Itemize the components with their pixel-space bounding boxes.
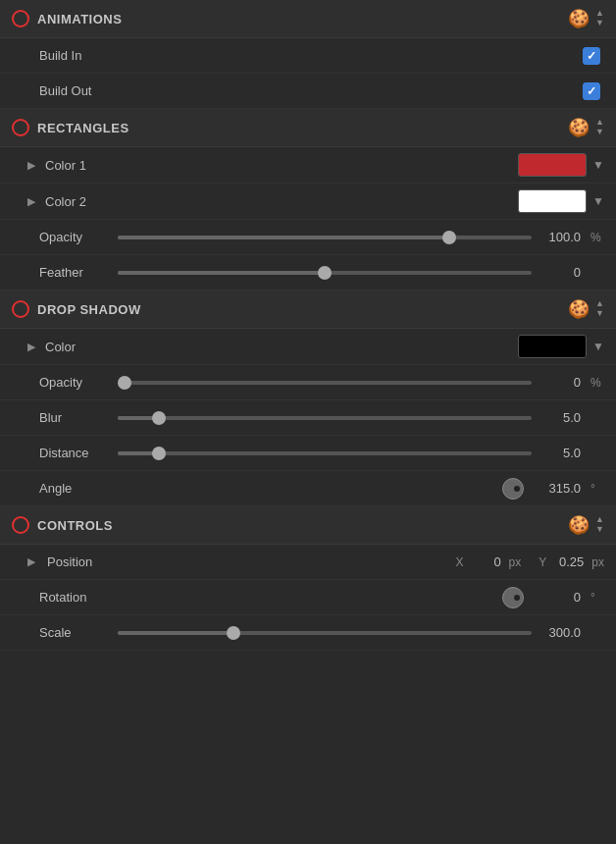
shadow-color-swatch[interactable]	[518, 335, 587, 358]
rotation-knob[interactable]	[502, 587, 524, 608]
shadow-blur-slider[interactable]	[118, 416, 532, 420]
color1-swatch[interactable]	[518, 153, 587, 177]
rectangles-feather-value: 0	[541, 265, 581, 280]
color1-row: ▶ Color 1 ▼	[0, 147, 616, 184]
dropshadow-title: DROP SHADOW	[37, 302, 141, 317]
rotation-knob-dot	[514, 595, 520, 601]
rectangles-opacity-thumb[interactable]	[442, 231, 456, 244]
animations-down-arrow[interactable]: ▼	[595, 19, 604, 28]
dropshadow-toggle-circle[interactable]	[12, 300, 29, 318]
scale-slider[interactable]	[118, 631, 532, 635]
shadow-opacity-thumb[interactable]	[118, 376, 131, 390]
rectangles-feather-row: Feather 0	[0, 255, 616, 290]
controls-reorder-arrows[interactable]: ▲ ▼	[595, 515, 604, 535]
shadow-color-row: ▶ Color ▼	[0, 329, 616, 365]
shadow-opacity-value: 0	[541, 375, 581, 390]
controls-cookie-icon[interactable]: 🍪	[568, 514, 590, 536]
rectangles-opacity-row: Opacity 100.0 %	[0, 220, 616, 255]
animations-reorder-arrows[interactable]: ▲ ▼	[595, 9, 604, 28]
shadow-opacity-slider[interactable]	[118, 381, 532, 385]
position-y-unit: px	[591, 555, 604, 569]
shadow-opacity-row: Opacity 0 %	[0, 365, 616, 400]
color2-swatch[interactable]	[518, 189, 587, 213]
rectangles-opacity-unit: %	[590, 231, 604, 244]
dropshadow-header-left: DROP SHADOW	[12, 300, 141, 318]
rectangles-cookie-icon[interactable]: 🍪	[568, 117, 590, 138]
dropshadow-section-header: DROP SHADOW 🍪 ▲ ▼	[0, 290, 616, 329]
shadow-angle-knob[interactable]	[502, 478, 524, 500]
controls-title: CONTROLS	[37, 518, 113, 533]
rectangles-down-arrow[interactable]: ▼	[595, 128, 604, 137]
shadow-blur-label: Blur	[39, 410, 108, 425]
scale-thumb[interactable]	[227, 626, 240, 640]
shadow-opacity-track	[118, 381, 532, 385]
rectangles-section-header: RECTANGLES 🍪 ▲ ▼	[0, 109, 616, 147]
shadow-distance-value: 5.0	[541, 446, 581, 460]
rectangles-feather-fill	[118, 271, 325, 275]
color2-row: ▶ Color 2 ▼	[0, 184, 616, 220]
rectangles-feather-slider[interactable]	[118, 271, 532, 275]
shadow-distance-thumb[interactable]	[152, 447, 166, 460]
shadow-color-dropdown-arrow[interactable]: ▼	[592, 340, 604, 353]
scale-value: 300.0	[541, 625, 581, 640]
scale-track	[118, 631, 532, 635]
color2-label: Color 2	[45, 194, 518, 209]
shadow-color-expand-arrow[interactable]: ▶	[27, 341, 35, 353]
shadow-blur-row: Blur 5.0	[0, 400, 616, 436]
rectangles-feather-thumb[interactable]	[318, 266, 332, 280]
build-out-checkbox[interactable]: ✓	[583, 82, 600, 100]
controls-header-left: CONTROLS	[12, 516, 113, 534]
shadow-distance-label: Distance	[39, 446, 108, 460]
color2-expand-arrow[interactable]: ▶	[27, 195, 35, 208]
shadow-distance-slider[interactable]	[118, 451, 532, 455]
shadow-opacity-unit: %	[590, 376, 604, 390]
position-row: ▶ Position X 0 px Y 0.25 px	[0, 545, 616, 580]
rectangles-feather-label: Feather	[39, 265, 108, 280]
build-out-checkmark: ✓	[587, 84, 596, 98]
rectangles-opacity-track	[118, 236, 532, 239]
position-y-value: 0.25	[554, 554, 584, 569]
build-out-row: Build Out ✓	[0, 74, 616, 109]
dropshadow-cookie-icon[interactable]: 🍪	[568, 298, 590, 320]
rectangles-opacity-label: Opacity	[39, 230, 108, 244]
animations-cookie-icon[interactable]: 🍪	[568, 8, 590, 29]
build-in-checkbox[interactable]: ✓	[583, 47, 600, 65]
rectangles-reorder-arrows[interactable]: ▲ ▼	[595, 118, 604, 137]
build-out-label: Build Out	[39, 83, 118, 98]
shadow-distance-track	[118, 451, 532, 455]
shadow-blur-value: 5.0	[541, 410, 581, 425]
controls-down-arrow[interactable]: ▼	[595, 525, 604, 535]
rectangles-header-right: 🍪 ▲ ▼	[568, 117, 604, 138]
dropshadow-down-arrow[interactable]: ▼	[595, 309, 604, 319]
color1-expand-arrow[interactable]: ▶	[27, 159, 35, 172]
controls-section-header: CONTROLS 🍪 ▲ ▼	[0, 506, 616, 545]
rectangles-opacity-value: 100.0	[541, 230, 581, 244]
build-in-row: Build In ✓	[0, 38, 616, 74]
shadow-blur-thumb[interactable]	[152, 411, 166, 425]
rectangles-header-left: RECTANGLES	[12, 119, 129, 136]
color2-dropdown-arrow[interactable]: ▼	[592, 194, 604, 208]
dropshadow-reorder-arrows[interactable]: ▲ ▼	[595, 299, 604, 319]
position-label: Position	[47, 554, 448, 569]
rectangles-opacity-fill	[118, 236, 449, 239]
rectangles-opacity-slider[interactable]	[118, 236, 532, 239]
controls-toggle-circle[interactable]	[12, 516, 29, 534]
color1-dropdown-arrow[interactable]: ▼	[592, 158, 604, 172]
animations-title: ANIMATIONS	[37, 12, 122, 26]
position-y-axis: Y	[539, 555, 546, 569]
controls-header-right: 🍪 ▲ ▼	[568, 514, 604, 536]
animations-toggle-circle[interactable]	[12, 10, 29, 27]
build-in-label: Build In	[39, 48, 118, 63]
position-x-axis: X	[456, 555, 464, 569]
shadow-color-label: Color	[45, 340, 518, 354]
rectangles-feather-track	[118, 271, 532, 275]
position-expand-arrow[interactable]: ▶	[27, 555, 35, 568]
shadow-blur-track	[118, 416, 532, 420]
animations-header-left: ANIMATIONS	[12, 10, 122, 27]
scale-label: Scale	[39, 625, 108, 640]
rectangles-title: RECTANGLES	[37, 121, 129, 135]
animations-section-header: ANIMATIONS 🍪 ▲ ▼	[0, 0, 616, 38]
rotation-unit: °	[590, 591, 604, 605]
shadow-angle-label: Angle	[39, 481, 108, 496]
rectangles-toggle-circle[interactable]	[12, 119, 29, 136]
